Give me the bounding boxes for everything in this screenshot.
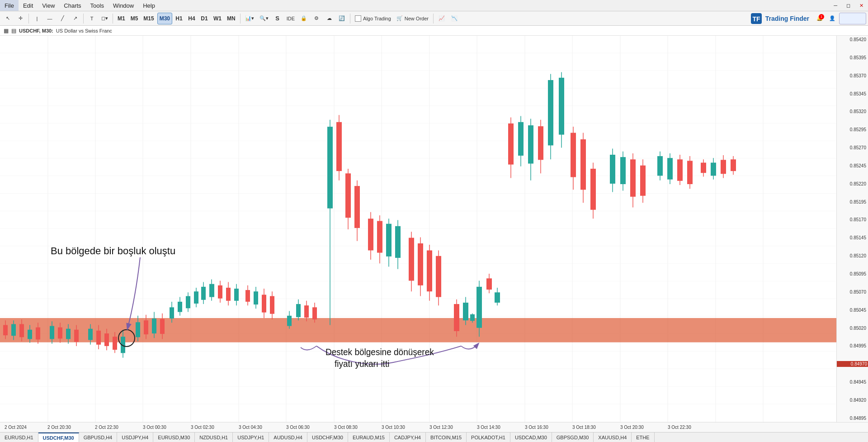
algo-trading-checkbox[interactable]: Algo Trading: [353, 13, 393, 24]
svg-rect-60: [178, 302, 182, 312]
price-label-10: 0.85170: [837, 217, 868, 223]
svg-rect-106: [395, 226, 401, 258]
support-annotation-text-2: fiyatı yukarı itti: [335, 359, 389, 369]
chart-area[interactable]: Bu bölgede bir boşluk oluştu Destek bölg…: [0, 36, 868, 422]
tf-d1[interactable]: D1: [198, 13, 210, 24]
tab-euraud-m15[interactable]: EURAUD,M15: [348, 432, 390, 442]
cloud-btn[interactable]: ☁: [323, 13, 335, 24]
tf-h1[interactable]: H1: [173, 13, 185, 24]
tab-cadjpy-h4[interactable]: CADJPY,H4: [390, 432, 426, 442]
tab-nzdusd-h1[interactable]: NZDUSD,H1: [195, 432, 233, 442]
tf-m1[interactable]: M1: [115, 13, 127, 24]
svg-rect-152: [667, 158, 673, 179]
menu-file[interactable]: File: [0, 0, 19, 11]
svg-rect-72: [226, 288, 231, 301]
svg-rect-142: [610, 155, 615, 184]
tf-m15[interactable]: M15: [141, 13, 156, 24]
menu-charts[interactable]: Charts: [59, 0, 85, 11]
menu-edit[interactable]: Edit: [19, 0, 38, 11]
menu-window[interactable]: Window: [108, 0, 138, 11]
crosshair-tool[interactable]: ✛: [14, 13, 26, 24]
tf-h4[interactable]: H4: [186, 13, 198, 24]
tab-usdchf-m30-2[interactable]: USDCHF,M30: [307, 432, 348, 442]
new-order-btn[interactable]: 🛒New Order: [394, 13, 431, 24]
tab-usdcad-m30[interactable]: USDCAD,M30: [510, 432, 552, 442]
price-label-3: 0.85345: [837, 91, 868, 97]
window-restore[interactable]: ◻: [842, 0, 855, 11]
tab-eurusd-m30[interactable]: EURUSD,M30: [153, 432, 195, 442]
tab-bitcoin-m15[interactable]: BITCOIN,M15: [426, 432, 467, 442]
toolbar-separator-5: [350, 14, 350, 24]
lock-btn[interactable]: 🔒: [298, 13, 310, 24]
time-label-1: 2 Oct 20:30: [47, 425, 71, 430]
tab-gbpusd-h4[interactable]: GBPUSD,H4: [79, 432, 118, 442]
zoom-btn[interactable]: 🔍▾: [257, 13, 271, 24]
svg-rect-38: [74, 330, 79, 342]
tf-m5[interactable]: M5: [128, 13, 141, 24]
svg-rect-112: [427, 250, 432, 291]
tab-audusd-h4[interactable]: AUDUSD,H4: [269, 432, 307, 442]
window-close[interactable]: ✕: [855, 0, 868, 11]
chart-type-btn[interactable]: 📊▾: [243, 13, 256, 24]
svg-rect-32: [50, 326, 54, 339]
settings-btn[interactable]: ⚙: [311, 13, 322, 24]
tab-polkadot-h1[interactable]: POLKADOT,H1: [467, 432, 510, 442]
vertical-line-tool[interactable]: |: [31, 13, 43, 24]
svg-rect-136: [571, 133, 576, 177]
svg-rect-166: [495, 292, 500, 303]
s-button[interactable]: S: [272, 13, 283, 24]
tab-usdchf-m30[interactable]: USDCHF,M30: [38, 432, 79, 442]
menu-tools[interactable]: Tools: [86, 0, 108, 11]
ide-btn[interactable]: IDE: [284, 13, 297, 24]
update-btn[interactable]: 🔄: [336, 13, 348, 24]
svg-rect-82: [270, 296, 274, 314]
svg-rect-40: [88, 329, 93, 340]
arrow-tool[interactable]: ↗: [69, 13, 81, 24]
notifications-btn[interactable]: 🔔1: [814, 13, 826, 24]
svg-rect-46: [113, 337, 117, 350]
tf-w1[interactable]: W1: [211, 13, 224, 24]
tab-usdjpy-h1[interactable]: USDJPY,H1: [233, 432, 269, 442]
time-label-10: 3 Oct 14:30: [477, 425, 500, 430]
svg-rect-148: [640, 166, 646, 196]
time-label-14: 3 Oct 22:30: [668, 425, 691, 430]
tab-ethe[interactable]: ETHE: [632, 432, 654, 442]
trend-line-tool[interactable]: ╱: [57, 13, 68, 24]
svg-rect-162: [721, 160, 726, 174]
horizontal-line-tool[interactable]: —: [44, 13, 56, 24]
tab-gbpsgd-m30[interactable]: GBPSGD,M30: [552, 432, 594, 442]
svg-rect-144: [620, 157, 626, 184]
indicators-btn[interactable]: 📈: [436, 13, 448, 24]
tab-usdjpy-h4[interactable]: USDJPY,H4: [117, 432, 153, 442]
svg-rect-120: [476, 287, 482, 328]
price-label-1: 0.85395: [837, 55, 868, 61]
svg-rect-24: [11, 324, 16, 336]
user-btn[interactable]: 👤: [826, 13, 838, 24]
svg-rect-150: [657, 156, 663, 176]
tf-m30[interactable]: M30: [157, 13, 172, 24]
toolbar-separator-6: [433, 14, 434, 24]
menu-view[interactable]: View: [38, 0, 59, 11]
toolbar-separator-1: [28, 14, 29, 24]
tf-mn[interactable]: MN: [225, 13, 238, 24]
price-label-17: 0.84995: [837, 343, 868, 349]
window-minimize[interactable]: ─: [829, 0, 842, 11]
svg-rect-54: [152, 318, 156, 333]
svg-rect-70: [218, 285, 222, 299]
svg-rect-110: [418, 243, 423, 285]
text-tool[interactable]: T: [86, 13, 98, 24]
price-label-12: 0.85120: [837, 253, 868, 259]
tab-eurusd-h1[interactable]: EURUSD,H1: [0, 432, 38, 442]
price-label-11: 0.85145: [837, 235, 868, 241]
time-label-2: 2 Oct 22:30: [95, 425, 118, 430]
shapes-tool[interactable]: ◻▾: [99, 13, 110, 24]
price-label-0: 0.85420: [837, 37, 868, 43]
menu-help[interactable]: Help: [138, 0, 160, 11]
price-label-15: 0.85045: [837, 307, 868, 313]
svg-rect-132: [548, 80, 553, 145]
algo-btn2[interactable]: 📉: [448, 13, 460, 24]
time-label-8: 3 Oct 10:30: [382, 425, 405, 430]
tab-xauusd-h4[interactable]: XAUUSD,H4: [594, 432, 632, 442]
cursor-tool[interactable]: ↖: [2, 13, 14, 24]
svg-rect-128: [528, 125, 533, 164]
